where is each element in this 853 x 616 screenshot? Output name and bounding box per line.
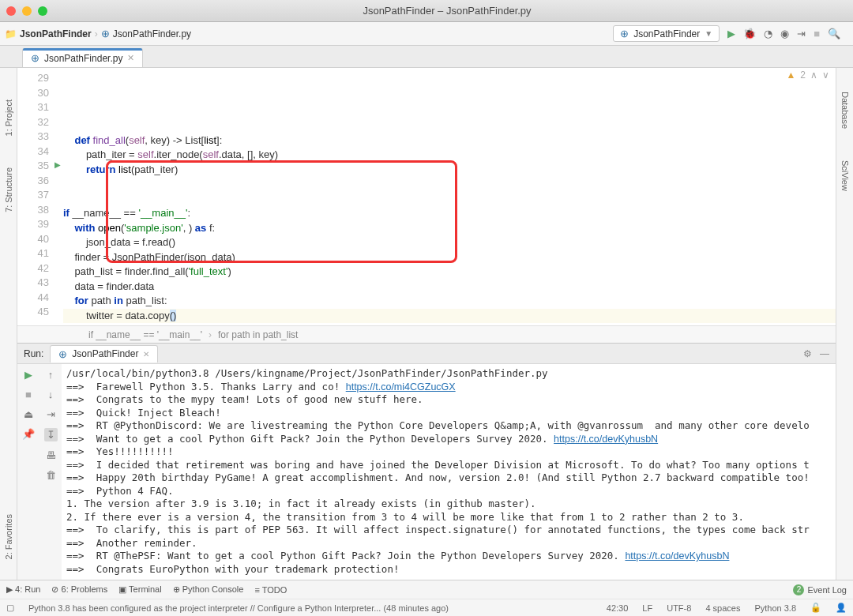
- tab-label: JsonPathFinder.py: [44, 53, 122, 64]
- event-log-label: Event Log: [807, 585, 847, 595]
- chevron-right-icon: ›: [95, 28, 98, 39]
- search-everywhere-button[interactable]: 🔍: [828, 28, 840, 39]
- line-separator[interactable]: LF: [642, 603, 652, 613]
- settings-icon[interactable]: ⚙: [803, 348, 812, 359]
- favorites-tool[interactable]: 2: Favorites: [4, 514, 13, 559]
- stop-button[interactable]: ■: [25, 389, 32, 400]
- rerun-button[interactable]: ▶: [24, 369, 32, 381]
- close-window[interactable]: [6, 6, 16, 16]
- toolbar-actions: ▶ 🐞 ◔ ◉ ⇥ ■ 🔍: [727, 28, 840, 39]
- problems-tool-tab[interactable]: ⊘ 6: Problems: [51, 584, 107, 595]
- stop-button[interactable]: ■: [814, 28, 820, 39]
- clear-icon[interactable]: 🗑: [46, 469, 56, 481]
- run-configuration-selector[interactable]: ⊕ JsonPathFinder ▼: [613, 25, 720, 42]
- inspection-widget[interactable]: ▲ 2 ∧ ∨: [786, 69, 829, 81]
- lock-icon[interactable]: 🔓: [810, 603, 821, 613]
- sciview-tool[interactable]: SciView: [840, 160, 850, 191]
- python-file-icon: ⊕: [31, 52, 39, 64]
- editor-tab[interactable]: ⊕ JsonPathFinder.py ✕: [22, 48, 143, 67]
- minimize-panel-icon[interactable]: —: [820, 348, 829, 359]
- chevron-right-icon: ›: [209, 329, 212, 340]
- ide-notifications-icon[interactable]: 👤: [836, 603, 847, 613]
- warning-icon: ▲: [786, 69, 795, 81]
- right-toolwindow-bar: Database SciView: [836, 68, 853, 580]
- exit-button[interactable]: ⏏: [24, 408, 33, 420]
- database-tool[interactable]: Database: [840, 92, 850, 129]
- warning-count: 2: [800, 69, 806, 81]
- folder-icon: 📁: [5, 28, 17, 39]
- toolwindow-quick-access-icon[interactable]: ▢: [6, 603, 14, 613]
- python-icon: ⊕: [620, 28, 629, 39]
- print-icon[interactable]: 🖶: [46, 449, 56, 461]
- profile-button[interactable]: ◉: [780, 28, 789, 39]
- left-toolwindow-bar: 1: Project 7: Structure 2: Favorites: [0, 68, 17, 580]
- breadcrumb-item[interactable]: for path in path_list: [218, 329, 298, 340]
- breadcrumb[interactable]: 📁 JsonPathFinder › ⊕ JsonPathFinder.py: [5, 28, 191, 39]
- maximize-window[interactable]: [38, 6, 47, 16]
- gutter: 293031323334▶3536373839404142434445: [17, 68, 63, 325]
- code-area[interactable]: ▲ 2 ∧ ∨ def find_all(self, key) -> List[…: [63, 68, 836, 325]
- close-tab-icon[interactable]: ✕: [127, 53, 134, 63]
- todo-tool-tab[interactable]: ≡ TODO: [254, 585, 287, 595]
- caret-position[interactable]: 42:30: [607, 603, 629, 613]
- pin-button[interactable]: 📌: [22, 428, 35, 440]
- scroll-to-end-icon[interactable]: ↧: [44, 428, 58, 441]
- run-tool-window: Run: ⊕ JsonPathFinder ✕ ⚙ — ▶ ■ ⏏: [17, 343, 836, 580]
- python-console-tool-tab[interactable]: ⊕ Python Console: [173, 584, 244, 595]
- code-editor[interactable]: 293031323334▶3536373839404142434445 ▲ 2 …: [17, 68, 836, 325]
- run-tool-tab[interactable]: ▶ 4: Run: [6, 584, 40, 595]
- run-tab[interactable]: ⊕ JsonPathFinder ✕: [50, 345, 158, 362]
- window-title: JsonPathFinder – JsonPathFinder.py: [47, 5, 847, 17]
- indent-settings[interactable]: 4 spaces: [705, 603, 740, 613]
- soft-wrap-icon[interactable]: ⇥: [47, 408, 55, 420]
- run-label: Run:: [24, 348, 43, 359]
- terminal-tool-tab[interactable]: ▣ Terminal: [118, 584, 161, 595]
- prev-highlight-icon[interactable]: ∧: [810, 69, 817, 81]
- coverage-button[interactable]: ◔: [764, 28, 772, 39]
- editor-breadcrumbs[interactable]: if __name__ == '__main__' › for path in …: [17, 325, 836, 343]
- structure-tool[interactable]: 7: Structure: [4, 167, 13, 212]
- down-stack-icon[interactable]: ↓: [48, 389, 54, 400]
- python-icon: ⊕: [58, 348, 67, 360]
- titlebar: JsonPathFinder – JsonPathFinder.py: [0, 0, 853, 22]
- status-message[interactable]: Python 3.8 has been configured as the pr…: [28, 603, 449, 613]
- status-bar: ▢ Python 3.8 has been configured as the …: [0, 599, 853, 616]
- project-tool[interactable]: 1: Project: [4, 100, 13, 136]
- run-controls: ▶ ■ ⏏ 📌 ↑ ↓ ⇥ ↧ 🖶 🗑: [17, 364, 62, 580]
- file-encoding[interactable]: UTF-8: [667, 603, 691, 613]
- close-icon[interactable]: ✕: [143, 350, 149, 359]
- window-controls: [6, 6, 47, 16]
- up-stack-icon[interactable]: ↑: [48, 369, 54, 381]
- run-tab-label: JsonPathFinder: [72, 348, 138, 359]
- run-button[interactable]: ▶: [727, 28, 735, 39]
- event-log-button[interactable]: 2 Event Log: [793, 584, 847, 595]
- event-count-badge: 2: [793, 584, 804, 595]
- breadcrumb-item[interactable]: if __name__ == '__main__': [88, 329, 202, 340]
- python-interpreter[interactable]: Python 3.8: [754, 603, 796, 613]
- navigation-toolbar: 📁 JsonPathFinder › ⊕ JsonPathFinder.py ⊕…: [0, 22, 853, 46]
- debug-button[interactable]: 🐞: [743, 28, 756, 39]
- minimize-window[interactable]: [22, 6, 32, 16]
- chevron-down-icon: ▼: [705, 29, 712, 38]
- run-config-label: JsonPathFinder: [633, 28, 700, 39]
- next-highlight-icon[interactable]: ∨: [822, 69, 829, 81]
- python-file-icon: ⊕: [101, 28, 110, 39]
- breadcrumb-file[interactable]: JsonPathFinder.py: [113, 28, 191, 39]
- editor-tabs: ⊕ JsonPathFinder.py ✕: [0, 46, 853, 68]
- attach-button[interactable]: ⇥: [797, 28, 806, 39]
- breadcrumb-project[interactable]: JsonPathFinder: [20, 28, 92, 39]
- console-output[interactable]: /usr/local/bin/python3.8 /Users/kingname…: [62, 364, 836, 580]
- run-header: Run: ⊕ JsonPathFinder ✕ ⚙ —: [17, 344, 836, 364]
- toolwindow-bar-bottom: ▶ 4: Run ⊘ 6: Problems ▣ Terminal ⊕ Pyth…: [0, 580, 853, 599]
